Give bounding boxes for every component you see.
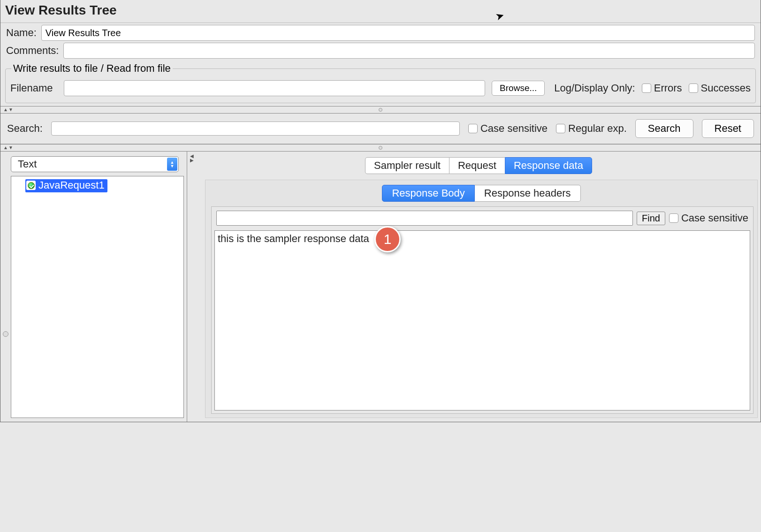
find-row: Find Case sensitive — [212, 207, 753, 229]
name-label: Name: — [6, 27, 37, 39]
search-regex-wrap[interactable]: Regular exp. — [556, 122, 627, 135]
vertical-splitter[interactable]: ◀ ▶ — [187, 152, 197, 422]
search-input[interactable] — [51, 122, 460, 136]
filename-label: Filename — [10, 82, 57, 94]
errors-checkbox[interactable] — [642, 84, 651, 93]
find-case-checkbox[interactable] — [669, 213, 678, 223]
tab-response-data[interactable]: Response data — [505, 157, 592, 174]
successes-label: Successes — [701, 82, 751, 94]
find-button[interactable]: Find — [637, 212, 665, 225]
splitter-grip-icon — [379, 108, 382, 112]
response-body-box: Find Case sensitive this is the sampler … — [211, 206, 753, 414]
splitter-grip-icon — [379, 146, 382, 150]
select-updown-icon: ▲▼ — [167, 158, 177, 171]
view-results-tree-panel: ➤ View Results Tree Name: Comments: Writ… — [0, 0, 761, 422]
annotation-text: 1 — [384, 231, 392, 247]
reset-button[interactable]: Reset — [702, 119, 754, 138]
arrow-right-icon: ▶ — [190, 159, 194, 162]
comments-label: Comments: — [6, 45, 59, 57]
search-regex-checkbox[interactable] — [556, 124, 565, 133]
arrow-up-icon: ▲ — [3, 107, 8, 112]
search-case-wrap[interactable]: Case sensitive — [468, 122, 548, 135]
tab-request[interactable]: Request — [449, 157, 505, 174]
arrow-up-icon: ▲ — [3, 145, 8, 150]
search-button[interactable]: Search — [635, 119, 693, 138]
result-tabs: Sampler result Request Response data — [197, 155, 761, 180]
search-bar: Search: Case sensitive Regular exp. Sear… — [0, 114, 761, 144]
name-row: Name: — [0, 23, 761, 43]
filename-input[interactable] — [64, 80, 485, 96]
left-panel: Text ▲▼ JavaRequest1 — [0, 152, 187, 422]
main-split: Text ▲▼ JavaRequest1 ◀ ▶ Sampler result … — [0, 152, 761, 422]
arrow-down-icon: ▼ — [8, 145, 13, 150]
search-label: Search: — [7, 122, 43, 135]
find-case-wrap[interactable]: Case sensitive — [669, 212, 748, 224]
pass-status-icon — [26, 181, 36, 190]
subtab-response-body[interactable]: Response Body — [382, 185, 474, 202]
page-title: View Results Tree — [0, 0, 761, 23]
renderer-select[interactable]: Text ▲▼ — [11, 156, 179, 172]
horizontal-splitter-2[interactable]: ▲▼ — [0, 144, 761, 152]
response-subtabs: Response Body Response headers — [207, 184, 755, 206]
horizontal-splitter-1[interactable]: ▲▼ — [0, 106, 761, 114]
subtab-response-headers[interactable]: Response headers — [475, 185, 581, 202]
tree-node-javarequest1[interactable]: JavaRequest1 — [25, 179, 107, 192]
response-content: this is the sampler response data — [218, 233, 369, 244]
right-panel: Sampler result Request Response data Res… — [197, 152, 761, 422]
file-group: Write results to file / Read from file F… — [5, 62, 756, 103]
logdisplay-label: Log/Display Only: — [554, 82, 635, 94]
search-regex-label: Regular exp. — [568, 122, 627, 135]
file-group-legend: Write results to file / Read from file — [11, 62, 173, 75]
comments-row: Comments: — [0, 43, 761, 61]
scroll-thumb-icon[interactable] — [3, 331, 8, 337]
tree-node-label: JavaRequest1 — [38, 179, 105, 191]
results-tree[interactable]: JavaRequest1 — [11, 176, 184, 418]
comments-input[interactable] — [63, 43, 755, 59]
errors-label: Errors — [654, 82, 682, 94]
response-sub-area: Response Body Response headers Find Case… — [205, 180, 758, 418]
successes-checkbox-wrap[interactable]: Successes — [689, 82, 751, 94]
search-case-checkbox[interactable] — [468, 124, 478, 133]
successes-checkbox[interactable] — [689, 84, 698, 93]
browse-button[interactable]: Browse... — [492, 81, 545, 96]
arrow-down-icon: ▼ — [8, 107, 13, 112]
annotation-badge-1: 1 — [374, 226, 401, 252]
errors-checkbox-wrap[interactable]: Errors — [642, 82, 682, 94]
tab-sampler-result[interactable]: Sampler result — [365, 157, 449, 174]
renderer-select-label: Text — [18, 158, 37, 170]
search-case-label: Case sensitive — [480, 122, 548, 135]
find-case-label: Case sensitive — [681, 212, 748, 224]
find-input[interactable] — [216, 211, 633, 226]
name-input[interactable] — [41, 25, 755, 41]
response-text[interactable]: this is the sampler response data 1 — [214, 230, 750, 410]
